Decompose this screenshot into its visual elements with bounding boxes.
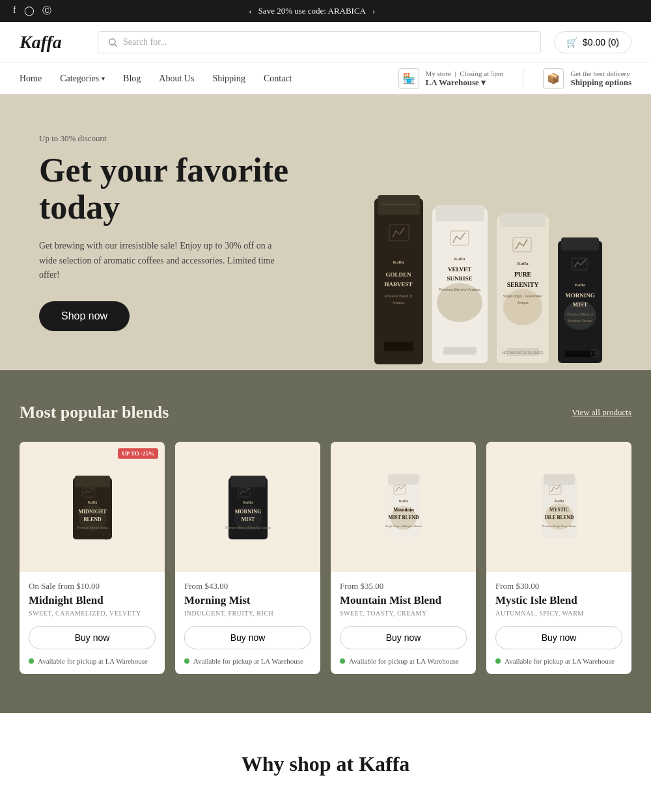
product-tags-mountain: SWEET, TOASTY, CREAMY — [340, 610, 467, 617]
svg-rect-46 — [75, 476, 110, 487]
svg-rect-20 — [443, 347, 477, 355]
hero-title: Get your favorite today — [39, 152, 288, 226]
view-all-products-link[interactable]: View all products — [572, 407, 631, 418]
nav-right: 🏪 My store | Closing at 5pm LA Warehouse… — [398, 68, 631, 89]
product-price-mystic: From $30.00 — [495, 581, 622, 591]
logo[interactable]: Kaffa — [20, 32, 85, 53]
search-bar[interactable]: Search for... — [98, 31, 541, 53]
pickup-dot — [495, 658, 501, 664]
store-info[interactable]: 🏪 My store | Closing at 5pm LA Warehouse… — [398, 68, 504, 89]
svg-text:Arabica: Arabica — [393, 301, 406, 304]
product-image-mystic: Kaffa MYSTIC ISLE BLEND Premium Single O… — [486, 442, 631, 572]
top-bar: f ◯ Ⓒ ‹ Save 20% use code: ARABICA › — [0, 0, 651, 22]
nav-blog[interactable]: Blog — [123, 74, 141, 84]
products-header: Most popular blends View all products — [20, 403, 631, 422]
buy-button-morning[interactable]: Buy now — [184, 626, 311, 649]
svg-point-0 — [109, 39, 115, 45]
svg-text:Kaffa: Kaffa — [398, 499, 408, 503]
hero-content: Up to 30% discount Get your favorite tod… — [39, 133, 288, 331]
social-links[interactable]: f ◯ Ⓒ — [13, 5, 51, 17]
products-grid: UP TO -25% Kaffa MIDNIGHT BLEND Premium … — [20, 442, 631, 674]
store-hours: My store | Closing at 5pm — [426, 70, 504, 77]
svg-rect-4 — [381, 204, 417, 205]
svg-text:VELVET: VELVET — [448, 266, 471, 273]
navigation: Home Categories ▾ Blog About Us Shipping… — [0, 63, 651, 94]
pickup-dot — [340, 658, 345, 664]
pickup-text: Available for pickup at LA Warehouse — [193, 657, 303, 665]
pickup-info-morning: Available for pickup at LA Warehouse — [184, 657, 311, 665]
store-chevron-icon: ▾ — [481, 77, 486, 87]
svg-text:MIST: MIST — [241, 517, 255, 522]
pinterest-icon[interactable]: Ⓒ — [42, 5, 51, 17]
product-bag-mountain: Kaffa Mountain MIST BLEND Single Origin … — [381, 471, 426, 543]
svg-text:BLEND: BLEND — [83, 517, 102, 522]
buy-button-mountain[interactable]: Buy now — [340, 626, 467, 649]
svg-text:Kaffa: Kaffa — [517, 261, 529, 266]
svg-text:Kaffa: Kaffa — [454, 256, 465, 262]
nav-home[interactable]: Home — [20, 74, 42, 84]
svg-text:Kaffa: Kaffa — [87, 500, 97, 504]
buy-button-mystic[interactable]: Buy now — [495, 626, 622, 649]
shipping-options-link[interactable]: Shipping options — [570, 77, 631, 88]
svg-rect-71 — [544, 474, 575, 485]
svg-text:Kaffa: Kaffa — [243, 500, 253, 504]
shop-now-button[interactable]: Shop now — [39, 301, 130, 331]
nav-contact[interactable]: Contact — [264, 74, 292, 84]
product-name-midnight: Midnight Blend — [29, 594, 156, 607]
svg-text:MIST: MIST — [572, 301, 587, 308]
promo-text: Save 20% use code: ARABICA — [258, 6, 366, 16]
instagram-icon[interactable]: ◯ — [24, 5, 35, 17]
product-info-mountain: From $35.00 Mountain Mist Blend SWEET, T… — [331, 572, 476, 674]
product-tags-morning: INDULGENT, FRUITY, RICH — [184, 610, 311, 617]
svg-text:Premium Blend Arabica: Premium Blend Arabica — [77, 526, 108, 530]
product-image-mountain: Kaffa Mountain MIST BLEND Single Origin … — [331, 442, 476, 572]
svg-text:MIST BLEND: MIST BLEND — [388, 515, 419, 521]
hero-title-line1: Get your favorite — [39, 152, 288, 189]
store-name[interactable]: LA Warehouse ▾ — [426, 77, 504, 88]
product-name-morning: Morning Mist — [184, 594, 311, 607]
svg-text:Mountain: Mountain — [393, 507, 415, 513]
product-image-midnight: UP TO -25% Kaffa MIDNIGHT BLEND Premium … — [20, 442, 165, 572]
prev-arrow[interactable]: ‹ — [249, 6, 251, 16]
nav-shipping[interactable]: Shipping — [212, 74, 245, 84]
svg-text:Premium Blend of Brazilian San: Premium Blend of Brazilian Santos — [225, 526, 271, 530]
coffee-bag-golden-harvest: Kaffa GOLDEN HARVEST Artisanal Blend of … — [371, 185, 426, 368]
search-icon — [107, 37, 118, 47]
product-bag-morning: Kaffa MORNING MIST Premium Blend of Braz… — [225, 471, 271, 543]
svg-text:PURE: PURE — [514, 271, 531, 278]
product-card-mountain-mist: Kaffa Mountain MIST BLEND Single Origin … — [331, 442, 476, 674]
svg-text:ISLE BLEND: ISLE BLEND — [544, 515, 574, 521]
svg-text:MYSTIC: MYSTIC — [549, 507, 568, 513]
facebook-icon[interactable]: f — [13, 5, 16, 17]
cart-icon: 🛒 — [566, 37, 577, 47]
svg-text:Artisanal Blend of: Artisanal Blend of — [384, 294, 413, 298]
product-info-mystic: From $30.00 Mystic Isle Blend AUTUMNAL, … — [486, 572, 631, 674]
delivery-info[interactable]: 📦 Get the best delivery Shipping options — [543, 68, 631, 89]
buy-button-midnight[interactable]: Buy now — [29, 626, 156, 649]
sale-badge: UP TO -25% — [118, 448, 158, 459]
pickup-text: Available for pickup at LA Warehouse — [349, 657, 459, 665]
svg-text:NET WEIGHT 12 OZ (340G): NET WEIGHT 12 OZ (340G) — [502, 351, 544, 355]
cart-button[interactable]: 🛒 $0.00 (0) — [554, 31, 631, 53]
nav-about[interactable]: About Us — [159, 74, 194, 84]
svg-rect-33 — [561, 237, 599, 250]
product-name-mystic: Mystic Isle Blend — [495, 594, 622, 607]
product-name-mountain: Mountain Mist Blend — [340, 594, 467, 607]
products-section: Most popular blends View all products UP… — [0, 370, 651, 713]
pickup-info-mystic: Available for pickup at LA Warehouse — [495, 657, 622, 665]
pickup-text: Available for pickup at LA Warehouse — [38, 657, 148, 665]
next-arrow[interactable]: › — [372, 6, 375, 16]
svg-text:HARVEST: HARVEST — [384, 281, 412, 288]
product-card-midnight-blend: UP TO -25% Kaffa MIDNIGHT BLEND Premium … — [20, 442, 165, 674]
pickup-info-midnight: Available for pickup at LA Warehouse — [29, 657, 156, 665]
hero-section: Up to 30% discount Get your favorite tod… — [0, 94, 651, 370]
product-price-morning: From $43.00 — [184, 581, 311, 591]
svg-text:Kaffa: Kaffa — [575, 282, 586, 287]
nav-categories[interactable]: Categories ▾ — [60, 74, 105, 84]
pickup-dot — [184, 658, 189, 664]
svg-text:SERENITY: SERENITY — [507, 282, 539, 288]
svg-text:Single Origin - Ethiopian Give: Single Origin - Ethiopian Givens — [385, 524, 422, 528]
svg-text:Single Origin - Guatemalan: Single Origin - Guatemalan — [503, 294, 543, 298]
coffee-bag-group: Kaffa GOLDEN HARVEST Artisanal Blend of … — [371, 162, 605, 370]
svg-text:Kaffa: Kaffa — [393, 260, 404, 265]
